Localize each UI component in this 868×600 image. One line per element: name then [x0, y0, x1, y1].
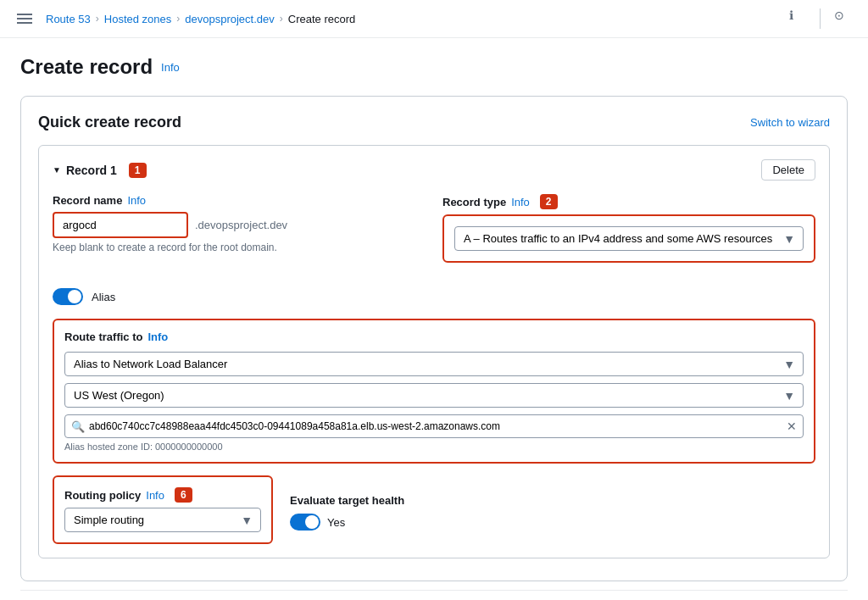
top-bar-icons: ℹ ⊙	[789, 8, 851, 29]
record-type-box: A – Routes traffic to an IPv4 address an…	[442, 214, 815, 263]
quick-create-card: Quick create record Switch to wizard ▼ R…	[20, 96, 848, 581]
breadcrumb-route53[interactable]: Route 53	[46, 13, 91, 25]
route-traffic-box: Route traffic to Info Alias to Network L…	[53, 319, 815, 464]
route-search-wrapper: 🔍 ✕	[64, 414, 804, 438]
record-title: ▼ Record 1 1	[53, 163, 147, 178]
search-icon: 🔍	[71, 420, 85, 433]
route-alias-type-select[interactable]: Alias to Network Load Balancer	[64, 352, 804, 376]
record-type-select-wrapper: A – Routes traffic to an IPv4 address an…	[454, 226, 804, 251]
domain-suffix: .devopsproject.dev	[195, 219, 287, 231]
page-title: Create record	[20, 55, 153, 79]
eval-toggle-knob	[305, 515, 319, 529]
evaluate-yes-label: Yes	[327, 516, 345, 529]
menu-icon[interactable]	[17, 14, 32, 24]
record-header: ▼ Record 1 1 Delete	[53, 159, 815, 181]
annotation-1: 1	[129, 163, 147, 178]
chevron-down-icon: ▼	[53, 165, 61, 175]
page-content: Create record Info Quick create record S…	[0, 38, 868, 600]
eval-toggle-row: Yes	[290, 514, 404, 531]
record-fields-row: Record name Info .devopsproject.dev Keep…	[53, 194, 815, 275]
switch-wizard-link[interactable]: Switch to wizard	[750, 116, 830, 129]
route-traffic-info[interactable]: Info	[147, 331, 168, 343]
record-name-info[interactable]: Info	[127, 194, 146, 207]
breadcrumb-domain[interactable]: devopsproject.dev	[185, 13, 275, 25]
bottom-row: Routing policy Info 6 Simple routing ▼ E	[53, 475, 815, 544]
alias-row: Alias	[53, 288, 815, 305]
evaluate-health-group: Evaluate target health Yes	[290, 475, 404, 531]
breadcrumb-hosted-zones[interactable]: Hosted zones	[104, 13, 172, 25]
record-number: Record 1	[66, 164, 117, 177]
alias-toggle[interactable]	[53, 288, 83, 305]
route-search-input[interactable]	[64, 414, 804, 438]
record-type-select[interactable]: A – Routes traffic to an IPv4 address an…	[454, 226, 804, 251]
record-name-group: Record name Info .devopsproject.dev Keep…	[53, 194, 426, 263]
annotation-6: 6	[175, 487, 192, 503]
evaluate-health-label: Evaluate target health	[290, 494, 404, 507]
routing-policy-box: Routing policy Info 6 Simple routing ▼	[53, 475, 273, 544]
record-name-hint: Keep blank to create a record for the ro…	[53, 242, 426, 253]
routing-policy-select[interactable]: Simple routing	[64, 508, 261, 532]
info-circle-icon[interactable]: ℹ	[789, 8, 806, 25]
user-icon[interactable]: ⊙	[834, 8, 851, 25]
record-name-label: Record name Info	[53, 194, 426, 207]
route-traffic-label: Route traffic to Info	[64, 331, 804, 343]
card-title: Quick create record	[38, 114, 181, 131]
record-section: ▼ Record 1 1 Delete Record name Info	[38, 145, 830, 558]
record-name-input[interactable]	[53, 212, 188, 238]
route-region-wrapper: US West (Oregon) ▼	[64, 383, 804, 408]
delete-record-button[interactable]: Delete	[761, 159, 815, 181]
top-bar: Route 53 › Hosted zones › devopsproject.…	[0, 0, 868, 38]
routing-policy-info[interactable]: Info	[146, 489, 164, 502]
card-header: Quick create record Switch to wizard	[38, 114, 830, 131]
routing-policy-label: Routing policy Info 6	[64, 487, 261, 503]
record-type-group: Record type Info 2 A – Routes traffic to…	[442, 194, 815, 263]
evaluate-health-toggle[interactable]	[290, 514, 320, 531]
record-name-row: .devopsproject.dev	[53, 212, 426, 238]
page-header: Create record Info	[20, 55, 848, 79]
record-type-info[interactable]: Info	[511, 196, 530, 208]
footer-section: Add another record Cancel Create records	[20, 590, 848, 600]
page-info-link[interactable]: Info	[161, 61, 180, 74]
record-type-label: Record type Info 2	[442, 194, 815, 209]
alias-label: Alias	[92, 291, 115, 303]
routing-policy-wrapper: Simple routing ▼	[64, 508, 261, 532]
route-region-select[interactable]: US West (Oregon)	[64, 383, 804, 408]
breadcrumb-current: Create record	[288, 13, 355, 25]
route-alias-type-wrapper: Alias to Network Load Balancer ▼	[64, 352, 804, 376]
toggle-knob	[68, 290, 81, 303]
alias-hosted-hint: Alias hosted zone ID: 0000000000000	[64, 442, 804, 452]
annotation-2: 2	[540, 194, 558, 209]
search-clear-icon[interactable]: ✕	[787, 419, 797, 433]
breadcrumb: Route 53 › Hosted zones › devopsproject.…	[46, 13, 789, 25]
